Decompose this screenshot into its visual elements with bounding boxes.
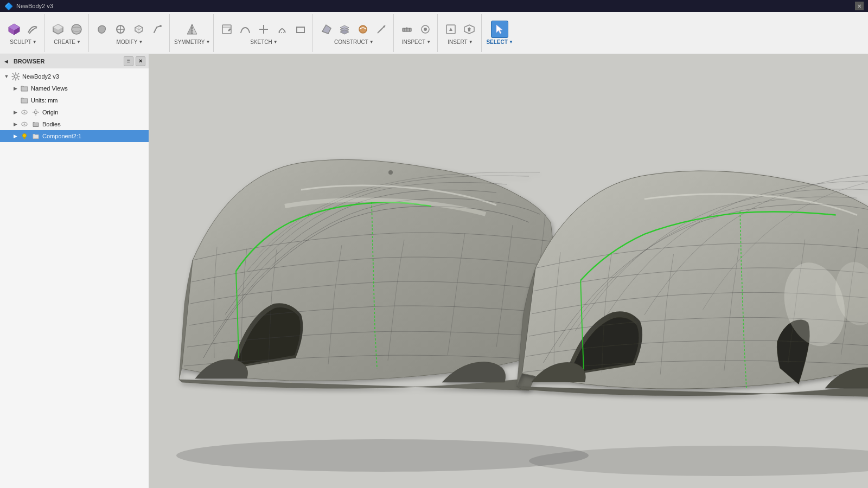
bodies-folder-icon — [31, 119, 41, 129]
modify-button-3[interactable] — [130, 21, 148, 38]
create-sphere-button[interactable] — [68, 21, 85, 38]
svg-point-32 — [424, 28, 427, 31]
svg-marker-13 — [192, 24, 197, 34]
construct-stack-button[interactable] — [336, 21, 353, 38]
inspect-display-button[interactable] — [417, 21, 434, 38]
sketch-cross-button[interactable] — [255, 21, 272, 38]
browser-title-text: BROWSER — [14, 58, 44, 65]
browser-menu-button[interactable]: ≡ — [124, 56, 133, 66]
component-folder-icon — [31, 131, 41, 141]
toolbar-group-create: CREATE▼ — [46, 14, 89, 52]
bodies-label: Bodies — [42, 121, 61, 127]
tree-toggle-units — [11, 94, 20, 106]
svg-point-47 — [831, 259, 868, 329]
svg-point-42 — [23, 134, 27, 138]
svg-marker-21 — [322, 25, 331, 34]
toolbar-group-sketch: SKETCH▼ — [215, 14, 313, 52]
symmetry-button[interactable] — [183, 21, 201, 38]
modify-button-2[interactable] — [112, 21, 129, 38]
bodies-eye-icon — [20, 119, 29, 129]
canvas-area[interactable] — [149, 54, 868, 488]
select-label: SELECT▼ — [486, 39, 513, 45]
sketch-arc-button[interactable] — [273, 21, 291, 38]
tree-item-component2-1[interactable]: ▶ Component2:1 — [0, 130, 149, 142]
viewport[interactable] — [149, 54, 868, 488]
svg-point-36 — [14, 75, 17, 78]
toolbar-group-inspect: INSPECT▼ — [395, 14, 438, 52]
toolbar-group-insert: INSERT▼ — [439, 14, 482, 52]
tree-item-origin[interactable]: ▶ Origin — [0, 106, 149, 118]
svg-point-6 — [72, 24, 81, 34]
construct-revolve-button[interactable] — [354, 21, 372, 38]
close-button[interactable]: ✕ — [855, 2, 864, 10]
tree-toggle-bodies[interactable]: ▶ — [11, 118, 20, 130]
select-button[interactable] — [491, 21, 508, 38]
construct-label: CONSTRUCT▼ — [334, 39, 374, 45]
tree-toggle-component[interactable]: ▶ — [11, 130, 20, 142]
named-views-folder-icon — [20, 84, 29, 93]
toolbar-group-construct: CONSTRUCT▼ — [314, 14, 394, 52]
svg-point-25 — [359, 25, 367, 33]
modify-label: MODIFY▼ — [117, 39, 143, 45]
sketch-rect-button[interactable] — [292, 21, 309, 38]
main-layout: ◄ BROWSER ≡ ✕ ▼ NewBody2 v3 ▶ Named Vi — [0, 54, 868, 488]
origin-gear-icon — [31, 107, 41, 117]
tree-item-units[interactable]: Units: mm — [0, 94, 149, 106]
svg-rect-44 — [24, 138, 25, 139]
tree-toggle-origin[interactable]: ▶ — [11, 106, 20, 118]
browser-collapse-button[interactable]: ◄ — [3, 58, 9, 65]
titlebar: 🔷 NewBody2 v3 ✕ — [0, 0, 868, 12]
component-label: Component2:1 — [42, 133, 81, 139]
toolbar-group-sculpt: SCULPT▼ — [2, 14, 45, 52]
3d-model-svg — [149, 54, 868, 488]
svg-point-46 — [775, 256, 854, 353]
construct-plane-button[interactable] — [317, 21, 335, 38]
create-box-button[interactable] — [49, 21, 67, 38]
symmetry-label: SYMMETRY▼ — [174, 39, 210, 45]
root-label: NewBody2 v3 — [22, 73, 59, 80]
svg-rect-43 — [23, 138, 25, 139]
inspect-measure-button[interactable] — [398, 21, 416, 38]
insert-decal-button[interactable] — [461, 21, 478, 38]
browser-close-button[interactable]: ✕ — [136, 56, 145, 66]
browser-tree: ▼ NewBody2 v3 ▶ Named Views — [0, 68, 149, 488]
construct-axis-button[interactable] — [373, 21, 390, 38]
component-bulb-icon — [20, 131, 29, 141]
toolbar-group-modify: MODIFY▼ — [90, 14, 170, 52]
units-folder-icon — [20, 95, 29, 105]
svg-rect-20 — [297, 27, 304, 33]
tree-item-named-views[interactable]: ▶ Named Views — [0, 82, 149, 94]
toolbar-group-select: SELECT▼ — [483, 14, 516, 52]
svg-rect-45 — [149, 54, 868, 488]
svg-marker-34 — [449, 28, 452, 31]
sketch-spline-button[interactable] — [237, 21, 254, 38]
root-gear-icon — [11, 72, 21, 81]
origin-label: Origin — [42, 109, 58, 115]
svg-point-49 — [529, 446, 868, 476]
sidebar: ◄ BROWSER ≡ ✕ ▼ NewBody2 v3 ▶ Named Vi — [0, 54, 149, 488]
window-title: NewBody2 v3 — [16, 3, 53, 9]
modify-button-1[interactable] — [93, 21, 111, 38]
insert-canvas-button[interactable] — [442, 21, 459, 38]
sketch-edit-button[interactable] — [218, 21, 235, 38]
svg-point-11 — [159, 25, 162, 27]
svg-point-41 — [24, 124, 25, 125]
named-views-label: Named Views — [31, 85, 68, 92]
svg-point-38 — [24, 112, 25, 113]
sculpt-mode-button[interactable] — [24, 21, 41, 38]
sculpt-button[interactable] — [5, 21, 23, 38]
tree-toggle-named-views[interactable]: ▶ — [11, 82, 20, 94]
tree-item-bodies[interactable]: ▶ Bodies — [0, 118, 149, 130]
inspect-label: INSPECT▼ — [402, 39, 431, 45]
svg-point-48 — [176, 439, 589, 472]
units-label: Units: mm — [31, 97, 58, 104]
browser-header: ◄ BROWSER ≡ ✕ — [0, 54, 149, 68]
create-label: CREATE▼ — [54, 39, 81, 45]
origin-eye-icon — [20, 107, 29, 117]
tree-toggle-root[interactable]: ▼ — [2, 70, 11, 82]
sculpt-label: SCULPT▼ — [10, 39, 36, 45]
tree-item-root[interactable]: ▼ NewBody2 v3 — [0, 70, 149, 82]
insert-label: INSERT▼ — [448, 39, 473, 45]
svg-point-39 — [35, 111, 37, 114]
modify-button-4[interactable] — [149, 21, 166, 38]
